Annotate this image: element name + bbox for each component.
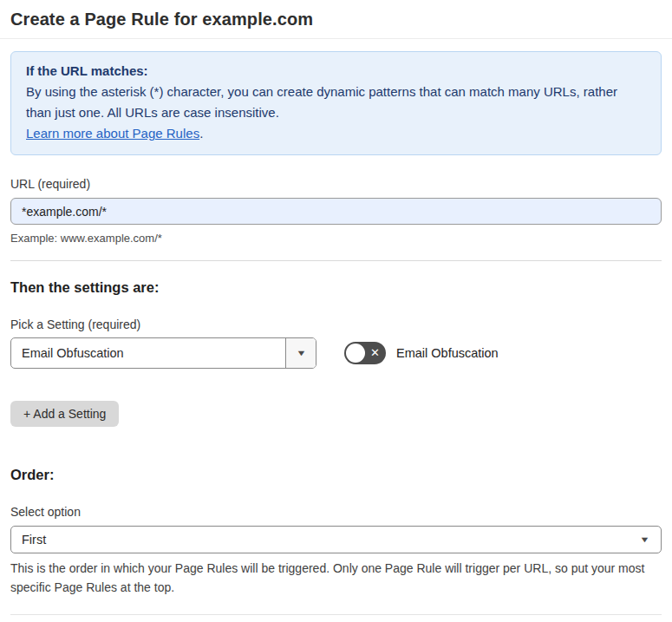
- setting-row: Email Obfuscation ▼ ✕ Email Obfuscation: [10, 337, 662, 369]
- chevron-down-icon: ▼: [639, 535, 649, 544]
- toggle-knob: [346, 344, 365, 363]
- setting-select-value: Email Obfuscation: [11, 338, 285, 368]
- chevron-down-icon: ▼: [296, 349, 306, 357]
- setting-select[interactable]: Email Obfuscation ▼: [10, 337, 316, 369]
- footer-divider: [10, 614, 662, 615]
- url-example-text: Example: www.example.com/*: [10, 232, 662, 245]
- email-obfuscation-toggle[interactable]: ✕: [344, 342, 386, 364]
- info-box-body: By using the asterisk (*) character, you…: [26, 82, 646, 123]
- info-box-body-text: By using the asterisk (*) character, you…: [26, 84, 617, 120]
- section-divider: [10, 260, 662, 261]
- add-setting-button[interactable]: + Add a Setting: [10, 401, 119, 427]
- pick-setting-label: Pick a Setting (required): [10, 318, 662, 331]
- order-helper-text: This is the order in which your Page Rul…: [10, 559, 652, 597]
- toggle-off-x-icon: ✕: [370, 347, 380, 358]
- page-title: Create a Page Rule for example.com: [10, 0, 662, 38]
- learn-more-link[interactable]: Learn more about Page Rules: [26, 126, 199, 141]
- title-divider: [0, 38, 672, 39]
- url-match-info-box: If the URL matches: By using the asteris…: [10, 51, 662, 155]
- settings-heading: Then the settings are:: [10, 279, 662, 296]
- order-select-label: Select option: [10, 505, 662, 519]
- url-input[interactable]: [10, 198, 662, 225]
- toggle-label: Email Obfuscation: [396, 346, 499, 360]
- info-box-link-line: Learn more about Page Rules.: [26, 123, 646, 144]
- url-field-label: URL (required): [10, 177, 662, 191]
- order-select-value: First: [22, 533, 641, 547]
- page-rule-form: Create a Page Rule for example.com If th…: [0, 0, 672, 622]
- setting-select-arrow-button[interactable]: ▼: [285, 338, 316, 368]
- order-heading: Order:: [10, 467, 662, 483]
- info-box-heading: If the URL matches:: [26, 61, 646, 82]
- order-select[interactable]: First ▼: [10, 526, 662, 553]
- link-suffix: .: [199, 126, 203, 141]
